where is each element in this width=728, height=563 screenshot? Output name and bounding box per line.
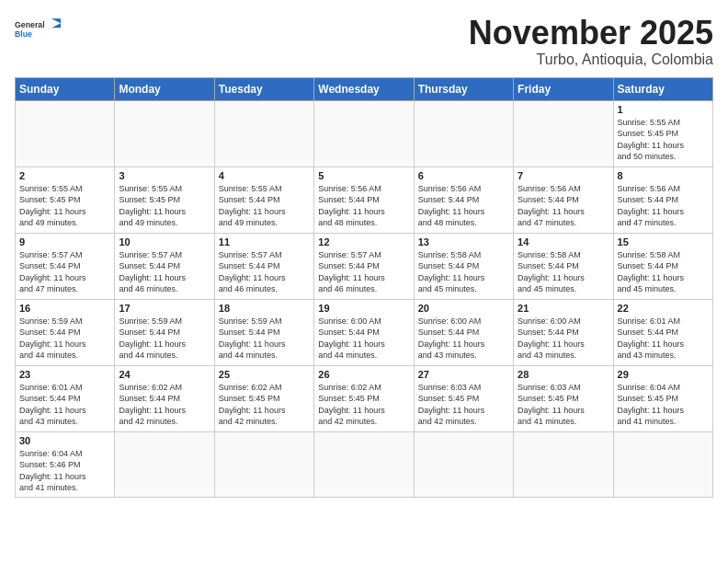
day-cell bbox=[16, 100, 115, 167]
day-number: 18 bbox=[219, 303, 310, 314]
day-info: Sunrise: 5:56 AMSunset: 5:44 PMDaylight:… bbox=[518, 183, 609, 229]
day-info: Sunrise: 5:55 AMSunset: 5:45 PMDaylight:… bbox=[618, 117, 709, 163]
weekday-header-friday: Friday bbox=[514, 77, 613, 100]
month-title: November 2025 bbox=[469, 15, 713, 52]
day-info: Sunrise: 5:59 AMSunset: 5:44 PMDaylight:… bbox=[119, 316, 210, 362]
day-info: Sunrise: 5:58 AMSunset: 5:44 PMDaylight:… bbox=[518, 249, 609, 295]
day-info: Sunrise: 5:59 AMSunset: 5:44 PMDaylight:… bbox=[219, 316, 310, 362]
day-cell: 14Sunrise: 5:58 AMSunset: 5:44 PMDayligh… bbox=[514, 233, 613, 299]
day-number: 15 bbox=[618, 236, 709, 247]
week-row-2: 2Sunrise: 5:55 AMSunset: 5:45 PMDaylight… bbox=[16, 167, 713, 233]
day-info: Sunrise: 5:57 AMSunset: 5:44 PMDaylight:… bbox=[19, 249, 110, 295]
day-info: Sunrise: 6:04 AMSunset: 5:46 PMDaylight:… bbox=[19, 448, 110, 494]
day-info: Sunrise: 6:00 AMSunset: 5:44 PMDaylight:… bbox=[518, 316, 609, 362]
day-cell: 23Sunrise: 6:01 AMSunset: 5:44 PMDayligh… bbox=[16, 365, 115, 431]
day-cell bbox=[214, 100, 313, 167]
weekday-header-row: SundayMondayTuesdayWednesdayThursdayFrid… bbox=[16, 77, 713, 100]
week-row-6: 30Sunrise: 6:04 AMSunset: 5:46 PMDayligh… bbox=[16, 431, 713, 497]
day-info: Sunrise: 5:56 AMSunset: 5:44 PMDaylight:… bbox=[618, 183, 709, 229]
day-info: Sunrise: 5:57 AMSunset: 5:44 PMDaylight:… bbox=[219, 249, 310, 295]
svg-text:Blue: Blue bbox=[15, 29, 32, 39]
day-cell bbox=[314, 100, 414, 167]
weekday-header-thursday: Thursday bbox=[414, 77, 513, 100]
day-info: Sunrise: 6:03 AMSunset: 5:45 PMDaylight:… bbox=[518, 382, 609, 428]
day-cell: 2Sunrise: 5:55 AMSunset: 5:45 PMDaylight… bbox=[16, 167, 115, 233]
day-number: 1 bbox=[618, 104, 709, 115]
day-cell: 9Sunrise: 5:57 AMSunset: 5:44 PMDaylight… bbox=[16, 233, 115, 299]
day-info: Sunrise: 5:55 AMSunset: 5:45 PMDaylight:… bbox=[19, 183, 110, 229]
svg-text:General: General bbox=[15, 20, 45, 29]
day-cell: 7Sunrise: 5:56 AMSunset: 5:44 PMDaylight… bbox=[514, 167, 613, 233]
day-cell: 11Sunrise: 5:57 AMSunset: 5:44 PMDayligh… bbox=[214, 233, 313, 299]
day-number: 16 bbox=[19, 303, 110, 314]
day-cell: 10Sunrise: 5:57 AMSunset: 5:44 PMDayligh… bbox=[115, 233, 214, 299]
location-title: Turbo, Antioquia, Colombia bbox=[469, 52, 713, 68]
day-number: 21 bbox=[518, 303, 609, 314]
day-cell: 1Sunrise: 5:55 AMSunset: 5:45 PMDaylight… bbox=[613, 100, 712, 167]
week-row-4: 16Sunrise: 5:59 AMSunset: 5:44 PMDayligh… bbox=[16, 299, 713, 365]
day-number: 29 bbox=[618, 369, 709, 380]
day-number: 13 bbox=[418, 236, 509, 247]
day-number: 25 bbox=[219, 369, 310, 380]
day-number: 8 bbox=[618, 170, 709, 181]
day-number: 22 bbox=[618, 303, 709, 314]
weekday-header-sunday: Sunday bbox=[16, 77, 115, 100]
day-cell: 25Sunrise: 6:02 AMSunset: 5:45 PMDayligh… bbox=[214, 365, 313, 431]
day-cell bbox=[514, 100, 613, 167]
day-number: 10 bbox=[119, 236, 210, 247]
day-cell: 20Sunrise: 6:00 AMSunset: 5:44 PMDayligh… bbox=[414, 299, 513, 365]
week-row-3: 9Sunrise: 5:57 AMSunset: 5:44 PMDaylight… bbox=[16, 233, 713, 299]
weekday-header-tuesday: Tuesday bbox=[214, 77, 313, 100]
day-cell: 15Sunrise: 5:58 AMSunset: 5:44 PMDayligh… bbox=[613, 233, 712, 299]
day-number: 3 bbox=[119, 170, 210, 181]
day-info: Sunrise: 5:58 AMSunset: 5:44 PMDaylight:… bbox=[418, 249, 509, 295]
day-number: 17 bbox=[119, 303, 210, 314]
day-cell bbox=[613, 431, 712, 497]
day-cell: 29Sunrise: 6:04 AMSunset: 5:45 PMDayligh… bbox=[613, 365, 712, 431]
day-cell: 5Sunrise: 5:56 AMSunset: 5:44 PMDaylight… bbox=[314, 167, 414, 233]
day-cell: 18Sunrise: 5:59 AMSunset: 5:44 PMDayligh… bbox=[214, 299, 313, 365]
day-number: 30 bbox=[19, 435, 110, 446]
day-cell bbox=[214, 431, 313, 497]
day-number: 6 bbox=[418, 170, 509, 181]
day-info: Sunrise: 6:02 AMSunset: 5:45 PMDaylight:… bbox=[318, 382, 409, 428]
day-number: 20 bbox=[418, 303, 509, 314]
day-number: 23 bbox=[19, 369, 110, 380]
day-number: 5 bbox=[318, 170, 409, 181]
day-info: Sunrise: 5:58 AMSunset: 5:44 PMDaylight:… bbox=[618, 249, 709, 295]
day-info: Sunrise: 6:01 AMSunset: 5:44 PMDaylight:… bbox=[19, 382, 110, 428]
day-cell: 3Sunrise: 5:55 AMSunset: 5:45 PMDaylight… bbox=[115, 167, 214, 233]
day-cell: 17Sunrise: 5:59 AMSunset: 5:44 PMDayligh… bbox=[115, 299, 214, 365]
day-number: 7 bbox=[518, 170, 609, 181]
day-cell: 6Sunrise: 5:56 AMSunset: 5:44 PMDaylight… bbox=[414, 167, 513, 233]
day-info: Sunrise: 5:57 AMSunset: 5:44 PMDaylight:… bbox=[119, 249, 210, 295]
weekday-header-wednesday: Wednesday bbox=[314, 77, 414, 100]
day-info: Sunrise: 6:01 AMSunset: 5:44 PMDaylight:… bbox=[618, 316, 709, 362]
day-number: 26 bbox=[318, 369, 409, 380]
day-cell bbox=[414, 100, 513, 167]
day-info: Sunrise: 5:56 AMSunset: 5:44 PMDaylight:… bbox=[418, 183, 509, 229]
day-number: 14 bbox=[518, 236, 609, 247]
day-info: Sunrise: 5:59 AMSunset: 5:44 PMDaylight:… bbox=[19, 316, 110, 362]
day-info: Sunrise: 5:57 AMSunset: 5:44 PMDaylight:… bbox=[318, 249, 409, 295]
day-number: 24 bbox=[119, 369, 210, 380]
day-cell: 30Sunrise: 6:04 AMSunset: 5:46 PMDayligh… bbox=[16, 431, 115, 497]
day-number: 9 bbox=[19, 236, 110, 247]
weekday-header-saturday: Saturday bbox=[613, 77, 712, 100]
week-row-1: 1Sunrise: 5:55 AMSunset: 5:45 PMDaylight… bbox=[16, 100, 713, 167]
day-cell bbox=[115, 100, 214, 167]
day-cell: 13Sunrise: 5:58 AMSunset: 5:44 PMDayligh… bbox=[414, 233, 513, 299]
day-cell: 27Sunrise: 6:03 AMSunset: 5:45 PMDayligh… bbox=[414, 365, 513, 431]
day-cell: 19Sunrise: 6:00 AMSunset: 5:44 PMDayligh… bbox=[314, 299, 414, 365]
week-row-5: 23Sunrise: 6:01 AMSunset: 5:44 PMDayligh… bbox=[16, 365, 713, 431]
day-number: 28 bbox=[518, 369, 609, 380]
day-cell: 16Sunrise: 5:59 AMSunset: 5:44 PMDayligh… bbox=[16, 299, 115, 365]
day-info: Sunrise: 6:03 AMSunset: 5:45 PMDaylight:… bbox=[418, 382, 509, 428]
day-number: 4 bbox=[219, 170, 310, 181]
day-number: 2 bbox=[19, 170, 110, 181]
day-cell bbox=[314, 431, 414, 497]
day-cell bbox=[115, 431, 214, 497]
calendar-table: SundayMondayTuesdayWednesdayThursdayFrid… bbox=[15, 77, 713, 498]
day-info: Sunrise: 5:55 AMSunset: 5:45 PMDaylight:… bbox=[119, 183, 210, 229]
day-info: Sunrise: 5:55 AMSunset: 5:44 PMDaylight:… bbox=[219, 183, 310, 229]
